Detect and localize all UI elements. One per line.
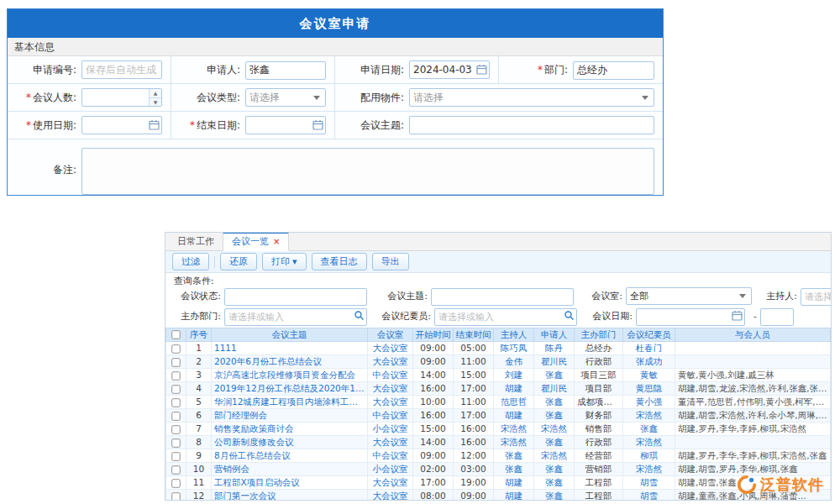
dept-input[interactable]: [573, 61, 654, 80]
tab-daily-work[interactable]: 日常工作: [169, 233, 223, 250]
row-select-cell[interactable]: [166, 449, 186, 463]
calendar-icon[interactable]: [149, 119, 160, 130]
cell-recorder-link[interactable]: 黄思隐: [623, 382, 675, 396]
row-select-cell[interactable]: [166, 382, 186, 396]
row-select-cell[interactable]: [166, 355, 186, 369]
cell-recorder-link[interactable]: 胡雪: [623, 490, 675, 501]
cell-applicant-link[interactable]: 张鑫: [534, 396, 575, 409]
cell-subject-link[interactable]: 8月份工作总结会议: [212, 449, 368, 463]
remark-textarea[interactable]: [81, 148, 654, 195]
org-dept-filter-input[interactable]: [224, 308, 367, 326]
subject-filter-input[interactable]: [431, 288, 574, 306]
cell-host-link[interactable]: 胡建: [494, 409, 534, 423]
column-header[interactable]: 主持人: [494, 328, 534, 342]
calendar-icon[interactable]: [732, 310, 743, 321]
cell-room-link[interactable]: 中会议室: [368, 449, 413, 463]
cell-room-link[interactable]: 大会议室: [368, 490, 413, 501]
cell-applicant-link[interactable]: 张鑫: [534, 409, 575, 423]
cell-subject-link[interactable]: 京沪高速北京段维修项目资金分配会: [212, 369, 368, 382]
apply-no-input[interactable]: [81, 60, 162, 79]
search-icon[interactable]: [354, 310, 365, 321]
row-checkbox[interactable]: [171, 438, 180, 447]
cell-room-link[interactable]: 中会议室: [368, 369, 413, 382]
row-checkbox[interactable]: [171, 425, 180, 433]
row-select-cell[interactable]: [166, 423, 186, 436]
select-all-checkbox[interactable]: [171, 331, 180, 339]
column-header[interactable]: 会议室: [368, 328, 413, 342]
search-icon[interactable]: [564, 310, 575, 321]
status-filter-input[interactable]: [224, 288, 367, 306]
cell-host-link[interactable]: 胡建: [494, 382, 534, 396]
row-select-cell[interactable]: [166, 342, 186, 355]
date-filter-input[interactable]: [636, 308, 745, 326]
number-stepper[interactable]: ▲▼: [149, 89, 161, 106]
cell-host-link[interactable]: 张鑫: [494, 463, 534, 476]
cell-room-link[interactable]: 大会议室: [368, 382, 413, 396]
select-all-header[interactable]: [166, 328, 186, 342]
column-header[interactable]: 会议纪要员: [623, 328, 675, 342]
cell-host-link[interactable]: 陈巧凤: [494, 342, 534, 355]
cell-room-link[interactable]: 小会议室: [368, 423, 413, 436]
column-header[interactable]: 申请人: [534, 328, 575, 342]
cell-room-link[interactable]: 大会议室: [368, 476, 413, 490]
cell-applicant-link[interactable]: 张鑫: [534, 369, 575, 382]
cell-subject-link[interactable]: 2019年12月份工作总结及2020年1月工作计划: [212, 382, 368, 396]
meeting-type-select[interactable]: 请选择: [245, 88, 326, 107]
cell-subject-link[interactable]: 工程部X项目启动会议: [212, 476, 368, 490]
cell-recorder-link[interactable]: 宋浩然: [623, 463, 675, 476]
row-checkbox[interactable]: [171, 398, 180, 407]
row-select-cell[interactable]: [166, 463, 186, 476]
cell-subject-link[interactable]: 销售奖励政策商讨会: [212, 423, 368, 436]
cell-applicant-link[interactable]: 张鑫: [534, 436, 575, 449]
cell-recorder-link[interactable]: 宋浩然: [623, 436, 675, 449]
close-icon[interactable]: ×: [273, 238, 280, 246]
row-checkbox[interactable]: [171, 385, 180, 393]
export-button[interactable]: 导出: [372, 253, 409, 270]
cell-recorder-link[interactable]: 杜春门: [623, 342, 675, 355]
row-checkbox[interactable]: [171, 412, 180, 420]
row-checkbox[interactable]: [171, 492, 180, 501]
cell-room-link[interactable]: 大会议室: [368, 342, 413, 355]
cell-room-link[interactable]: 中会议室: [368, 409, 413, 423]
cell-subject-link[interactable]: 华润12城房建工程项目内墙涂料工程应标会议: [212, 396, 368, 409]
row-select-cell[interactable]: [166, 396, 186, 409]
cell-subject-link[interactable]: 部门第一次会议: [212, 490, 368, 501]
cell-subject-link[interactable]: 部门经理例会: [212, 409, 368, 423]
row-select-cell[interactable]: [166, 369, 186, 382]
cell-recorder-link[interactable]: 宋浩然: [623, 409, 675, 423]
cell-host-link[interactable]: 刘建: [494, 369, 534, 382]
view-log-button[interactable]: 查看日志: [312, 253, 367, 270]
tab-meeting-overview[interactable]: 会议一览 ×: [223, 232, 289, 251]
row-checkbox[interactable]: [171, 452, 180, 460]
column-header[interactable]: 会议主题: [212, 328, 368, 342]
cell-host-link[interactable]: 胡建: [494, 476, 534, 490]
restore-button[interactable]: 还原: [220, 253, 257, 270]
stepper-down-icon[interactable]: ▼: [150, 98, 161, 107]
room-filter-select[interactable]: 全部: [626, 287, 752, 305]
stepper-up-icon[interactable]: ▲: [150, 89, 161, 98]
cell-subject-link[interactable]: 2020年6月份工作总结会议: [212, 355, 368, 369]
cell-applicant-link[interactable]: 张鑫: [534, 476, 575, 490]
cell-room-link[interactable]: 大会议室: [368, 436, 413, 449]
cell-room-link[interactable]: 小会议室: [368, 463, 413, 476]
cell-applicant-link[interactable]: 瞿川民: [534, 382, 575, 396]
cell-host-link[interactable]: 范思哲: [494, 396, 534, 409]
row-select-cell[interactable]: [166, 409, 186, 423]
cell-applicant-link[interactable]: 陈丹: [534, 342, 575, 355]
cell-host-link[interactable]: 宋浩然: [494, 423, 534, 436]
row-checkbox[interactable]: [171, 344, 180, 353]
cell-recorder-link[interactable]: 黄小强: [623, 396, 675, 409]
applicant-input[interactable]: [245, 61, 326, 80]
cell-room-link[interactable]: 大会议室: [368, 396, 413, 409]
host-filter-input[interactable]: [801, 288, 832, 306]
row-checkbox[interactable]: [171, 479, 180, 487]
subject-input[interactable]: [409, 116, 654, 134]
cell-applicant-link[interactable]: 张鑫: [534, 490, 575, 501]
cell-host-link[interactable]: 张鑫: [494, 449, 534, 463]
equipment-select[interactable]: 请选择: [409, 88, 654, 107]
cell-recorder-link[interactable]: 黄敏: [623, 369, 675, 382]
row-select-cell[interactable]: [166, 436, 186, 449]
column-header[interactable]: 主办部门: [575, 328, 623, 342]
cell-subject-link[interactable]: 营销例会: [212, 463, 368, 476]
cell-recorder-link[interactable]: 胡雪: [623, 476, 675, 490]
